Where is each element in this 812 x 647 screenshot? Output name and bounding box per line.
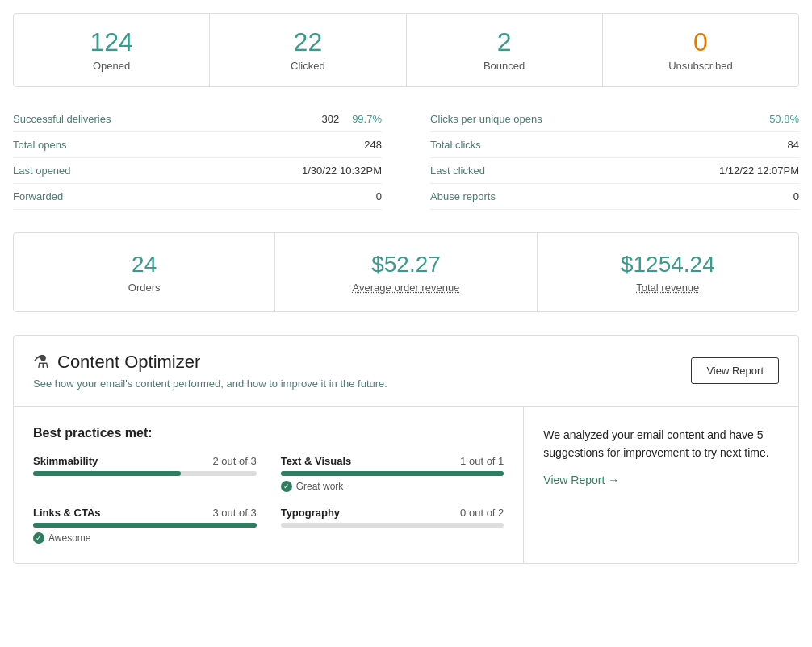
- practice-name: Typography: [281, 507, 340, 519]
- metric-row: Last opened 1/30/22 10:32PM: [13, 158, 382, 184]
- content-optimizer-section: ⚗ Content Optimizer See how your email's…: [13, 335, 799, 564]
- practice-badge: ✓ Awesome: [33, 532, 257, 544]
- metric-label: Abuse reports: [430, 190, 496, 202]
- metrics-section: Successful deliveries 302 99.7% Total op…: [13, 106, 799, 210]
- suggestions-panel: We analyzed your email content and have …: [524, 407, 798, 563]
- metric-label: Successful deliveries: [13, 113, 111, 125]
- metric-row: Successful deliveries 302 99.7%: [13, 106, 382, 132]
- progress-bar-fill: [281, 471, 504, 476]
- total-revenue-label: Total revenue: [547, 282, 789, 294]
- metrics-right: Clicks per unique opens 50.8% Total clic…: [414, 106, 799, 210]
- unsubscribed-number: 0: [613, 28, 789, 56]
- revenue-row: 24 Orders $52.27 Average order revenue $…: [13, 232, 799, 312]
- practices-section: Best practices met: Skimmability 2 out o…: [14, 407, 524, 563]
- metric-value: 50.8%: [769, 113, 799, 125]
- practice-score: 2 out of 3: [212, 455, 256, 467]
- practice-header: Typography 0 out of 2: [281, 507, 504, 519]
- optimizer-subtitle: See how your email's content performed, …: [33, 378, 387, 390]
- opened-label: Opened: [23, 60, 199, 72]
- revenue-total: $1254.24 Total revenue: [538, 233, 798, 311]
- practices-title: Best practices met:: [33, 426, 504, 440]
- badge-label: Awesome: [48, 532, 90, 544]
- metric-value: 1/12/22 12:07PM: [719, 165, 799, 177]
- progress-bar-bg: [281, 523, 504, 528]
- progress-bar-bg: [281, 471, 504, 476]
- check-icon: ✓: [281, 481, 292, 492]
- metric-label: Clicks per unique opens: [430, 113, 542, 125]
- metric-row: Last clicked 1/12/22 12:07PM: [430, 158, 799, 184]
- metric-label: Last clicked: [430, 165, 485, 177]
- progress-bar-bg: [33, 471, 257, 476]
- optimizer-title-area: ⚗ Content Optimizer See how your email's…: [33, 352, 387, 390]
- opened-number: 124: [23, 28, 199, 56]
- stat-bounced: 2 Bounced: [407, 14, 603, 86]
- optimizer-body: Best practices met: Skimmability 2 out o…: [14, 407, 798, 563]
- metric-row: Forwarded 0: [13, 184, 382, 210]
- practice-skimmability: Skimmability 2 out of 3: [33, 455, 257, 492]
- metric-label: Total opens: [13, 139, 67, 151]
- clicked-number: 22: [220, 28, 396, 56]
- bounced-label: Bounced: [416, 60, 592, 72]
- metric-value: 248: [364, 139, 382, 151]
- stat-clicked: 22 Clicked: [210, 14, 406, 86]
- check-icon: ✓: [33, 532, 44, 544]
- metric-row: Total opens 248: [13, 132, 382, 158]
- metric-row: Total clicks 84: [430, 132, 799, 158]
- metric-row: Clicks per unique opens 50.8%: [430, 106, 799, 132]
- orders-number: 24: [23, 251, 265, 278]
- stat-opened: 124 Opened: [14, 14, 210, 86]
- metric-value: 1/30/22 10:32PM: [302, 165, 382, 177]
- metric-row: Abuse reports 0: [430, 184, 799, 210]
- optimizer-title-row: ⚗ Content Optimizer: [33, 352, 387, 373]
- practice-name: Links & CTAs: [33, 507, 101, 519]
- metric-value: 302: [321, 113, 339, 125]
- avg-revenue-number: $52.27: [285, 251, 526, 278]
- practices-grid: Skimmability 2 out of 3 Text & Visuals 1…: [33, 455, 504, 544]
- practice-name: Text & Visuals: [281, 455, 352, 467]
- metric-value: 84: [788, 139, 799, 151]
- optimizer-header: ⚗ Content Optimizer See how your email's…: [14, 336, 798, 407]
- practice-typography: Typography 0 out of 2: [281, 507, 504, 544]
- practice-header: Skimmability 2 out of 3: [33, 455, 257, 467]
- practice-score: 1 out of 1: [460, 455, 504, 467]
- avg-revenue-label: Average order revenue: [285, 282, 526, 294]
- practice-header: Text & Visuals 1 out of 1: [281, 455, 504, 467]
- unsubscribed-label: Unsubscribed: [613, 60, 789, 72]
- metric-label: Last opened: [13, 165, 71, 177]
- view-report-button[interactable]: View Report: [691, 357, 779, 384]
- view-report-link[interactable]: View Report →: [543, 474, 619, 486]
- stat-unsubscribed: 0 Unsubscribed: [603, 14, 798, 86]
- flask-icon: ⚗: [33, 352, 49, 373]
- metric-value: 0: [376, 190, 382, 202]
- suggestions-text: We analyzed your email content and have …: [543, 426, 779, 462]
- practice-score: 0 out of 2: [460, 507, 504, 519]
- progress-bar-fill: [33, 471, 181, 476]
- stats-row: 124 Opened 22 Clicked 2 Bounced 0 Unsubs…: [13, 13, 799, 87]
- progress-bar-fill: [33, 523, 257, 528]
- practice-score: 3 out of 3: [212, 507, 256, 519]
- bounced-number: 2: [416, 28, 592, 56]
- total-revenue-number: $1254.24: [547, 251, 789, 278]
- practice-name: Skimmability: [33, 455, 98, 467]
- metric-value2: 99.7%: [352, 113, 382, 125]
- revenue-orders: 24 Orders: [14, 233, 275, 311]
- metric-label: Total clicks: [430, 139, 481, 151]
- orders-label: Orders: [23, 282, 265, 294]
- clicked-label: Clicked: [220, 60, 396, 72]
- metric-value: 0: [793, 190, 799, 202]
- badge-label: Great work: [296, 481, 344, 492]
- practice-links-ctas: Links & CTAs 3 out of 3 ✓ Awesome: [33, 507, 257, 544]
- metric-label: Forwarded: [13, 190, 63, 202]
- practice-badge: ✓ Great work: [281, 481, 504, 492]
- practice-text-visuals: Text & Visuals 1 out of 1 ✓ Great work: [281, 455, 504, 492]
- optimizer-title: Content Optimizer: [57, 352, 200, 373]
- metrics-left: Successful deliveries 302 99.7% Total op…: [13, 106, 414, 210]
- progress-bar-bg: [33, 523, 257, 528]
- revenue-avg: $52.27 Average order revenue: [275, 233, 537, 311]
- practice-header: Links & CTAs 3 out of 3: [33, 507, 257, 519]
